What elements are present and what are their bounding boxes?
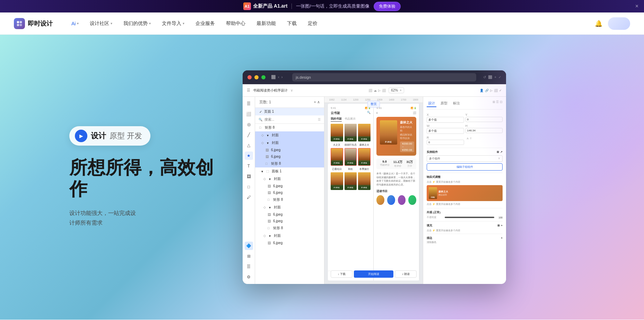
frame-icon: ⬚ [266, 170, 270, 173]
nav-item-download[interactable]: 下载 [282, 18, 302, 29]
banner-promo-text: 一张图/一句话，立即生成高质量图像 [296, 3, 369, 9]
nav-import-chevron: ▾ [183, 21, 184, 25]
component-label: 实例组件 [427, 150, 438, 154]
stroke-label: 描边 [427, 236, 432, 240]
notification-bell-icon[interactable]: 🔔 [595, 20, 602, 27]
nav-item-import[interactable]: 文件导入 ▾ [157, 18, 189, 29]
img-icon-1: 🖼 [266, 148, 269, 152]
tool-settings[interactable]: ☰ [245, 262, 253, 271]
w-label: W [427, 124, 464, 128]
tab-design[interactable]: 设计 [427, 100, 436, 107]
canvas-area[interactable]: 整页 1062 1134 1200 1250 1309 1400 1700 19… [324, 97, 423, 284]
tool-rect[interactable]: □ [245, 183, 253, 191]
tool-move[interactable]: ☰ [245, 100, 253, 108]
layer-rect8-3[interactable]: □ 矩形 8 [255, 196, 324, 204]
layer-frame1[interactable]: ▾ ⬚ 面板 1 [255, 167, 324, 175]
tool-pencil[interactable]: ╱ [245, 131, 253, 139]
layer-img-6[interactable]: 🖼 6.jpeg [255, 218, 324, 224]
whole-page-button[interactable]: 整页 [367, 101, 380, 107]
tool-triangle[interactable]: △ [245, 141, 253, 149]
nav-item-community[interactable]: 设计社区 ▾ [85, 18, 117, 29]
nav-item-pricing[interactable]: 定价 [303, 18, 322, 29]
tool-frame[interactable]: ⬜ [245, 110, 253, 118]
tool-pen[interactable]: ◎ [245, 120, 253, 129]
app-window-mockup: ⬜ ‹ › js.design ↺ ⬜ + ✓ ☰ 书籍阅读类小程序设计 ∨ ⬜… [243, 70, 506, 284]
opacity-value: 100 [496, 216, 503, 219]
tool-select[interactable]: ★ [245, 152, 253, 160]
group-icon-2: ◇ [261, 141, 265, 145]
tool-image[interactable]: 🖼 [245, 172, 253, 181]
banner-close-button[interactable]: × [635, 3, 638, 9]
window-titlebar: ⬜ ‹ › js.design ↺ ⬜ + ✓ [243, 70, 506, 84]
appearance-label: 外观 (正常) [427, 210, 441, 214]
banner-content: A1 全新产品 A1.art 一张图/一句话，立即生成高质量图像 免费体验 [243, 2, 401, 11]
tab-prototype[interactable]: 原型 [439, 100, 449, 107]
tool-paint[interactable]: 🖊 [245, 193, 253, 201]
component-icon-2[interactable]: ↗ [500, 150, 503, 154]
layer-img-2[interactable]: 🖼 6.jpeg [255, 153, 324, 160]
user-avatar[interactable] [608, 17, 630, 30]
layers-header: 页数: 1 + ∧ [255, 97, 324, 108]
layer-img-1[interactable]: 🖼 6.jpeg [255, 147, 324, 153]
layer-img-3[interactable]: 🖼 6.jpeg [255, 183, 324, 189]
layer-img-5[interactable]: 🖼 6.jpeg [255, 211, 324, 218]
group-icon-3: ◇ [263, 177, 267, 181]
stroke-add-icon[interactable]: + [501, 236, 503, 240]
tool-text[interactable]: T [245, 162, 253, 170]
add-page-btn[interactable]: + ∧ [314, 100, 320, 104]
right-properties-panel: 设计 原型 标注 ⊞ ☰ ⊡ X 多个值 Y 0 [423, 97, 506, 284]
nav-item-features[interactable]: 最新功能 [252, 18, 281, 29]
banner-cta-button[interactable]: 免费体验 [374, 2, 401, 11]
nav-advantages-chevron: ▾ [149, 21, 151, 25]
traffic-light-yellow[interactable] [254, 75, 259, 79]
logo[interactable]: 即时设计 [14, 18, 53, 29]
badge-sub-text: 原型 开发 [110, 131, 142, 141]
traffic-light-green[interactable] [261, 75, 266, 79]
x-value[interactable]: 多个值 [427, 117, 464, 123]
layer-cover-4[interactable]: ◇ ▾ 封面 [255, 204, 324, 211]
h-value[interactable]: 146.34 [465, 128, 503, 133]
y-label: Y [465, 113, 503, 116]
layer-img-7[interactable]: 🖼 6.jpeg [255, 240, 324, 246]
layer-list-icon[interactable]: ☰ [318, 118, 321, 121]
url-bar[interactable]: js.design [292, 73, 476, 81]
y-value[interactable]: 0 [465, 117, 503, 122]
layer-rect8-2[interactable]: □ 矩形 8 [255, 160, 324, 167]
img-icon-4: 🖼 [268, 191, 271, 194]
file-name: 书籍阅读类小程序设计 [253, 88, 288, 93]
layer-cover-1[interactable]: ◇ ▾ 封面 [255, 131, 324, 139]
fill-layout-icon[interactable]: ⊞ [497, 224, 500, 227]
w-value[interactable]: 多个值 [427, 128, 464, 134]
layer-rect8-4[interactable]: □ 矩形 8 [255, 224, 324, 232]
hero-left-content: ▶ 设计 原型 开发 所想所得，高效创作 设计功能强大，一站完成设 计师所有需求 [69, 126, 215, 228]
traffic-light-red[interactable] [247, 75, 252, 79]
nav-item-help[interactable]: 帮助中心 [221, 18, 250, 29]
layer-cover-2[interactable]: ◇ ▾ 封面 [255, 139, 324, 147]
component-icon-1[interactable]: ⊞ [497, 150, 499, 154]
play-icon[interactable]: ▶ [75, 130, 87, 142]
fill-add-icon[interactable]: + [501, 224, 503, 227]
layer-img-4[interactable]: 🖼 6.jpeg [255, 189, 324, 196]
nav-item-advantages[interactable]: 我们的优势 ▾ [119, 18, 156, 29]
page-item-1[interactable]: ✓ 页面 1 [255, 108, 324, 115]
opacity-label: 不透明度 [427, 216, 443, 219]
img-icon-3: 🖼 [268, 184, 271, 188]
layer-cover-3[interactable]: ◇ ▾ 封面 [255, 175, 324, 183]
layers-panel: 页数: 1 + ∧ ✓ 页面 1 🔍 ☰ □ 矩形 8 [255, 97, 324, 284]
tool-grid[interactable]: ⊞ [245, 252, 253, 260]
img-icon-6: 🖼 [268, 219, 271, 223]
tool-plugin[interactable]: 🔷 [245, 242, 253, 250]
page-check-icon: ✓ [259, 110, 262, 114]
nav-item-enterprise[interactable]: 企业服务 [191, 18, 220, 29]
nav-item-ai[interactable]: Ai ▾ [67, 18, 84, 29]
tool-bottom[interactable]: ⚙ [245, 273, 253, 281]
layer-search-input[interactable] [264, 118, 316, 121]
header-right: 🔔 [595, 17, 630, 30]
layer-cover-5[interactable]: ◇ ▾ 封面 [255, 232, 324, 240]
layer-rect8-1[interactable]: □ 矩形 8 [255, 124, 324, 131]
edit-component-button[interactable]: 编辑子组组件 [427, 163, 503, 171]
tab-annotate[interactable]: 标注 [452, 100, 461, 107]
layer-search-bar: 🔍 ☰ [255, 115, 324, 124]
zoom-display[interactable]: 62% + [389, 87, 404, 93]
img-icon-7: 🖼 [268, 241, 271, 245]
